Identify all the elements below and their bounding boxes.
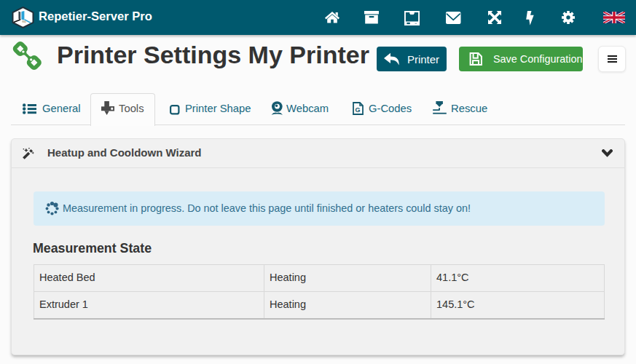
svg-text:G: G <box>355 106 360 114</box>
